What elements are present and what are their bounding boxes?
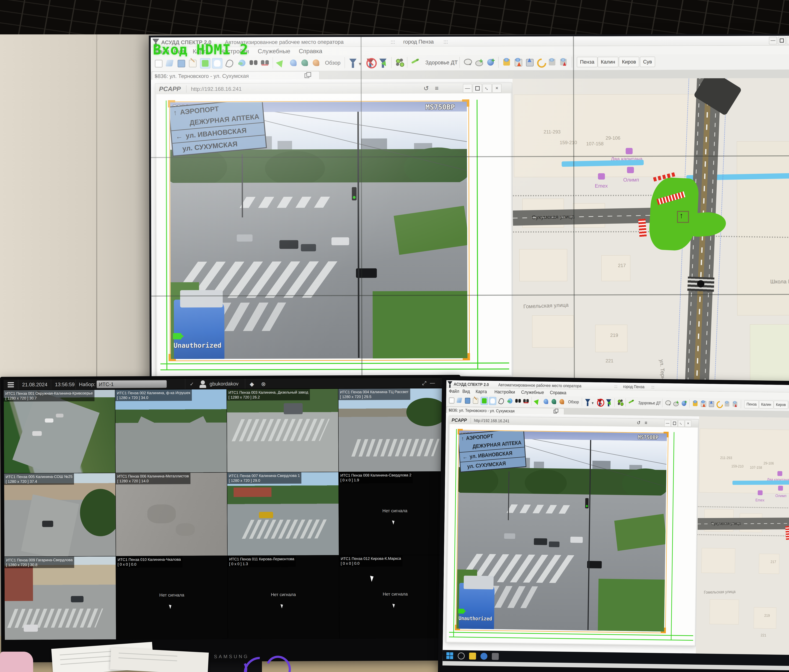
filter-apply-icon[interactable] [378, 57, 388, 67]
detector-group-icon[interactable] [617, 399, 624, 406]
pcapp-refresh-icon[interactable]: ↺ [423, 85, 429, 92]
city-button-kalin[interactable]: Калин [597, 57, 618, 67]
pcapp-menu-icon[interactable]: ≡ [645, 420, 647, 426]
camera-tile-002[interactable]: ИТС1 Пенза 002 Калинина, ф-ка Игрушек[ 1… [115, 389, 227, 473]
camera-tile-006[interactable]: ИТС1 Пенза 006 Калинина-Металлистов[ 128… [115, 472, 227, 556]
archive-icon[interactable] [524, 57, 534, 67]
menu-help[interactable]: Справка [550, 390, 566, 396]
menu-view[interactable]: Вид [462, 389, 470, 394]
health-label[interactable]: Здоровье ДТ [638, 401, 661, 405]
zone-add-green-icon[interactable]: + [672, 399, 679, 407]
undo-icon[interactable] [716, 400, 723, 407]
window-maximize-button[interactable] [778, 37, 786, 44]
save-icon[interactable] [464, 396, 471, 404]
filter-icon[interactable] [584, 398, 591, 406]
menu-file[interactable]: Файл [449, 388, 459, 394]
green-area-icon[interactable] [200, 58, 210, 69]
import-folder-icon[interactable] [700, 400, 707, 407]
green-route-icon[interactable] [628, 399, 635, 407]
pcapp-maximize-button[interactable] [671, 420, 677, 427]
pcapp-close-button[interactable]: × [492, 84, 502, 93]
camera-tile-012[interactable]: ИТС1 Пенза 012 Кирова-К.Маркса[ 0 x 0 ] … [339, 555, 451, 638]
sync-import-icon[interactable] [732, 400, 738, 408]
blue-detector-icon[interactable] [288, 58, 298, 68]
start-button[interactable] [446, 652, 454, 659]
green-detector-icon[interactable] [550, 398, 557, 405]
pcapp-menu-icon[interactable]: ≡ [435, 85, 439, 92]
traffic-map[interactable]: 211-293 159-210 107-158 29-106 Два капит… [696, 417, 789, 656]
camera-tile-004[interactable]: ИТС1 Пенза 004 Калинина-ТЦ Рассвет[ 1280… [338, 388, 451, 472]
zone-add-icon[interactable]: + [664, 399, 672, 407]
city-button-kalin[interactable]: Калин [759, 401, 773, 409]
filter-disabled-icon[interactable] [365, 58, 375, 67]
edit-pen-icon[interactable] [187, 58, 197, 68]
binoculars-icon[interactable] [514, 397, 522, 405]
save-icon[interactable] [176, 58, 186, 68]
archive-icon[interactable] [708, 400, 714, 407]
window-close-button[interactable]: × [787, 37, 789, 44]
poi-label[interactable]: Emex [595, 183, 608, 189]
fullscreen-icon[interactable]: ⤢ [422, 380, 426, 386]
pcapp-address[interactable]: http://192.168.16.241 [474, 418, 509, 423]
pan-hand-icon[interactable] [489, 397, 497, 405]
close-circle-icon[interactable]: ⊗ [261, 381, 266, 387]
pcapp-minimize-button[interactable]: — [664, 420, 671, 427]
intersection-visualization[interactable]: ↑ [648, 173, 737, 258]
camera-tile-008[interactable]: ИТС1 Пенза 008 Калинина-Свердлова 2[ 0 x… [339, 471, 451, 555]
pcapp-refresh-icon[interactable]: ↺ [637, 420, 640, 426]
menu-map[interactable]: Карта [476, 389, 487, 394]
menu-service[interactable]: Служебные [521, 389, 544, 395]
new-doc-icon[interactable] [153, 58, 163, 68]
tab-intersection-5836[interactable]: 5836: ул. Терновского - ул. Сухумская × [152, 71, 320, 80]
traffic-map[interactable]: 211-293 159-210 107-158 29-106 Два капит… [513, 78, 789, 386]
camera-tile-005[interactable]: ИТС1 Пенза 005 Калинина-СОШ №25[ 1280 x … [4, 473, 116, 557]
camera-tile-001[interactable]: ИТС1 Пенза 001 Окружная-Калинина-Кривозе… [3, 389, 115, 473]
camera-tile-011[interactable]: ИТС1 Пенза 011 Кирова-Лермонтова[ 0 x 0 … [227, 555, 339, 639]
green-arrow-icon[interactable] [533, 397, 540, 405]
binoculars-red-icon[interactable] [260, 58, 270, 68]
pan-hand-icon[interactable] [212, 58, 222, 69]
hamburger-icon[interactable] [8, 382, 14, 383]
menu-help[interactable]: Справка [299, 48, 322, 54]
city-button-suv[interactable]: Сув [640, 57, 655, 67]
map-globe-icon[interactable] [237, 58, 247, 68]
green-route-icon[interactable] [410, 57, 420, 67]
city-button-penza[interactable]: Пенза [744, 400, 759, 409]
open-folder-icon[interactable] [456, 396, 463, 404]
city-button-penza[interactable]: Пенза [577, 57, 597, 67]
menu-service[interactable]: Служебные [258, 48, 290, 55]
export-folder-icon[interactable] [692, 400, 699, 407]
folder-icon[interactable] [469, 653, 476, 660]
menu-settings[interactable]: Настройки [494, 389, 515, 394]
camera-add-icon[interactable]: + [486, 57, 495, 67]
pcapp-close-button[interactable]: × [685, 420, 691, 427]
pcapp-minimize-button[interactable]: — [463, 84, 472, 93]
overview-label[interactable]: Обзор [568, 399, 579, 404]
filter-icon[interactable] [348, 58, 358, 67]
zone-add-green-icon[interactable]: + [474, 57, 484, 67]
tab-close-icon[interactable]: × [155, 73, 317, 79]
map-globe-icon[interactable] [507, 397, 514, 405]
lasso-icon[interactable] [498, 397, 505, 405]
import-folder-icon[interactable] [513, 57, 523, 67]
green-arrow-icon[interactable] [276, 58, 286, 68]
camera-tile-003[interactable]: ИТС1 Пенза 003 Калинина, Дизельный завод… [227, 389, 339, 472]
sync-export-icon[interactable] [547, 57, 557, 67]
search-icon[interactable] [458, 653, 465, 659]
set-input[interactable]: ИТС-1 [97, 380, 167, 388]
filter-check-icon[interactable]: ✓ [190, 381, 194, 387]
city-button-kirov[interactable]: Киров [619, 57, 639, 67]
export-folder-icon[interactable] [502, 57, 511, 67]
overview-label[interactable]: Обзор [325, 60, 340, 66]
poi-label[interactable]: Олимп [775, 493, 786, 498]
sync-import-icon[interactable] [559, 57, 568, 67]
poi-label[interactable]: Emex [755, 498, 765, 503]
poi-label[interactable]: Олимп [623, 177, 639, 183]
pcapp-maximize-button[interactable] [473, 84, 482, 93]
green-area-icon[interactable] [481, 397, 488, 405]
camera-tile-007[interactable]: ИТС1 Пенза 007 Калинина-Свердлова 1[ 128… [227, 472, 339, 556]
browser-icon[interactable] [480, 653, 487, 660]
lasso-icon[interactable] [224, 58, 234, 68]
blue-detector-icon[interactable] [542, 397, 549, 405]
pcapp-address[interactable]: http://192.168.16.241 [191, 86, 241, 92]
